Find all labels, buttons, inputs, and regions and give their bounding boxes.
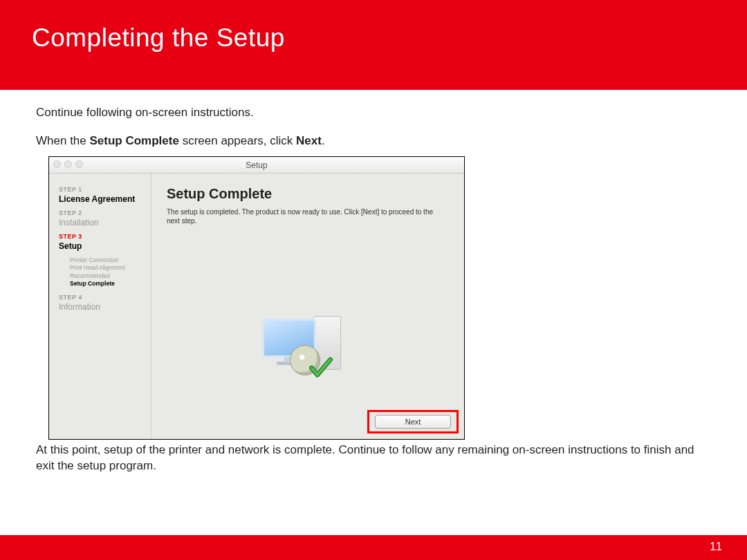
step-4-label: STEP 4	[59, 294, 145, 301]
page-content: Continue following on-screen instruction…	[0, 90, 747, 474]
window-title: Setup	[246, 160, 267, 170]
substep-setup-complete: Setup Complete	[70, 280, 145, 288]
window-titlebar: Setup	[49, 157, 464, 174]
page-header: Completing the Setup	[0, 0, 747, 90]
intro-text: screen appears, click	[179, 134, 296, 147]
checkmark-icon	[309, 356, 333, 380]
next-button[interactable]: Next	[375, 415, 451, 429]
page-footer: 11	[0, 535, 747, 560]
setup-heading: Setup Complete	[167, 186, 450, 202]
close-icon[interactable]	[53, 160, 61, 168]
after-text: At this point, setup of the printer and …	[36, 442, 700, 474]
setup-description: The setup is completed. The product is n…	[167, 207, 443, 226]
step-1-name: License Agreement	[59, 194, 145, 204]
step-3-label: STEP 3	[59, 233, 145, 240]
setup-sidebar: STEP 1 License Agreement STEP 2 Installa…	[49, 174, 151, 439]
page-number: 11	[710, 541, 722, 553]
intro-line-2: When the Setup Complete screen appears, …	[36, 133, 711, 149]
zoom-icon[interactable]	[75, 160, 83, 168]
screenshot-window: Setup STEP 1 License Agreement STEP 2 In…	[48, 156, 465, 440]
substep-print-head-alignment: Print Head Alignment Recommended	[70, 264, 145, 280]
traffic-lights	[53, 160, 83, 168]
next-button-highlight: Next	[367, 410, 459, 433]
page-title: Completing the Setup	[32, 24, 715, 53]
step-2-label: STEP 2	[59, 209, 145, 216]
setup-complete-illustration	[259, 312, 356, 381]
intro-line-1: Continue following on-screen instruction…	[36, 105, 711, 121]
intro-bold-next: Next	[296, 134, 322, 147]
intro-bold-setup-complete: Setup Complete	[90, 134, 179, 147]
minimize-icon[interactable]	[64, 160, 72, 168]
intro-text: .	[322, 134, 325, 147]
step-2-name: Installation	[59, 218, 145, 227]
intro-text: When the	[36, 134, 90, 147]
step-3-name: Setup	[59, 241, 145, 251]
setup-main-pane: Setup Complete The setup is completed. T…	[151, 174, 464, 439]
window-body: STEP 1 License Agreement STEP 2 Installa…	[49, 174, 464, 439]
step-4-name: Information	[59, 302, 145, 312]
step-1-label: STEP 1	[59, 186, 145, 193]
substep-printer-connection: Printer Connection	[70, 256, 145, 264]
